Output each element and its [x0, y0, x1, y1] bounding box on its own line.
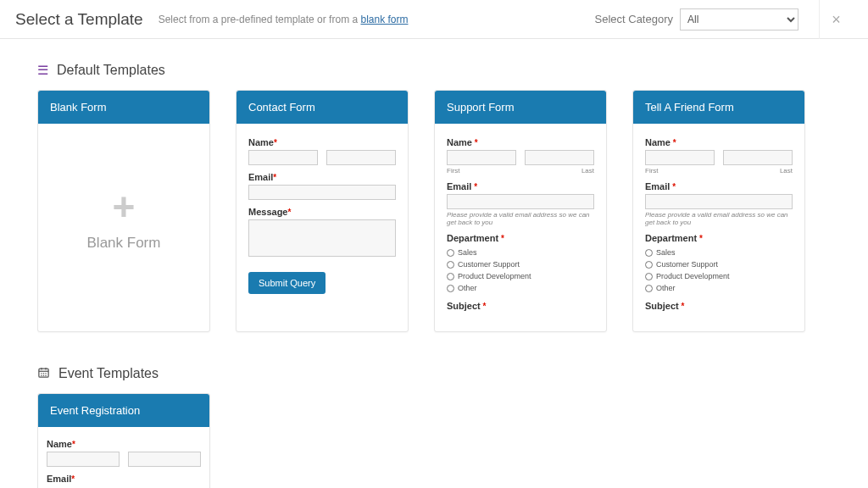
calendar-icon	[37, 366, 50, 381]
message-textarea[interactable]	[248, 219, 396, 257]
hamburger-icon: ☰	[37, 63, 48, 78]
plus-icon: +	[113, 187, 136, 226]
radio-option[interactable]: Sales	[447, 247, 594, 258]
last-sublabel: Last	[780, 167, 793, 175]
card-title: Tell A Friend Form	[633, 91, 804, 124]
radio-option[interactable]: Other	[447, 282, 594, 294]
name-last-input[interactable]	[326, 150, 396, 165]
last-sublabel: Last	[581, 167, 594, 175]
first-sublabel: First	[447, 167, 460, 175]
field-label-name: Name	[248, 137, 274, 147]
submit-button[interactable]: Submit Query	[248, 272, 326, 294]
name-last-input[interactable]	[525, 150, 594, 165]
field-label-department: Department	[447, 233, 498, 243]
field-label-email: Email	[645, 181, 670, 191]
radio-option[interactable]: Product Development	[447, 270, 594, 282]
card-title: Event Registration	[38, 394, 209, 427]
blank-form-label: Blank Form	[87, 235, 161, 252]
field-label-name: Name	[447, 137, 472, 147]
email-input[interactable]	[248, 185, 396, 200]
email-hint: Please provide a valid email address so …	[447, 211, 594, 226]
section-event-templates: Event Templates	[37, 366, 831, 381]
template-card-tell-a-friend[interactable]: Tell A Friend Form Name * First Last Ema…	[632, 90, 805, 332]
name-first-input[interactable]	[248, 150, 318, 165]
event-templates-grid: Event Registration Name* Email*	[37, 393, 831, 488]
radio-option[interactable]: Other	[645, 282, 793, 294]
card-body: Name* Email* Message* Submit Query	[236, 124, 408, 308]
department-radios: Sales Customer Support Product Developme…	[645, 247, 793, 294]
field-label-email: Email	[447, 181, 471, 191]
blank-form-link[interactable]: blank form	[360, 14, 408, 25]
email-input[interactable]	[645, 194, 793, 209]
radio-option[interactable]: Sales	[645, 247, 793, 258]
field-label-email: Email	[47, 474, 71, 484]
name-last-input[interactable]	[128, 452, 201, 467]
radio-option[interactable]: Customer Support	[645, 258, 793, 270]
template-viewport[interactable]: ☰ Default Templates Blank Form + Blank F…	[0, 39, 868, 488]
card-title: Support Form	[435, 91, 606, 124]
radio-option[interactable]: Product Development	[645, 270, 793, 282]
page-title: Select a Template	[15, 10, 143, 29]
radio-option[interactable]: Customer Support	[447, 258, 594, 270]
field-label-message: Message	[248, 207, 287, 217]
card-body: Name * First Last Email * Please provide…	[435, 124, 606, 331]
first-sublabel: First	[645, 167, 659, 175]
modal-header: Select a Template Select from a pre-defi…	[0, 0, 868, 39]
default-templates-grid: Blank Form + Blank Form Contact Form Nam…	[37, 90, 831, 332]
name-first-input[interactable]	[47, 452, 120, 467]
name-first-input[interactable]	[645, 150, 715, 165]
card-body: + Blank Form	[38, 124, 209, 314]
subtitle: Select from a pre-defined template or fr…	[159, 14, 409, 25]
template-card-support[interactable]: Support Form Name * First Last Email *	[434, 90, 607, 332]
email-input[interactable]	[447, 194, 594, 209]
field-label-subject: Subject	[447, 301, 481, 311]
field-label-name: Name	[645, 137, 670, 147]
field-label-name: Name	[47, 439, 72, 449]
department-radios: Sales Customer Support Product Developme…	[447, 247, 594, 294]
name-first-input[interactable]	[447, 150, 516, 165]
template-card-event-registration[interactable]: Event Registration Name* Email*	[37, 393, 210, 488]
card-title: Blank Form	[38, 91, 209, 124]
close-icon[interactable]: ×	[819, 0, 853, 39]
template-card-contact[interactable]: Contact Form Name* Email* Message*	[236, 90, 409, 332]
category-select[interactable]: All	[680, 8, 798, 30]
card-body: Name* Email*	[38, 427, 209, 488]
category-label: Select Category	[595, 13, 674, 25]
field-label-email: Email	[248, 172, 273, 182]
card-title: Contact Form	[236, 91, 408, 124]
email-hint: Please provide a valid email address so …	[645, 211, 793, 226]
field-label-department: Department	[645, 233, 697, 243]
card-body: Name * First Last Email * Please provide…	[633, 124, 804, 331]
template-card-blank[interactable]: Blank Form + Blank Form	[37, 90, 210, 332]
name-last-input[interactable]	[723, 150, 793, 165]
section-default-templates: ☰ Default Templates	[37, 63, 831, 78]
field-label-subject: Subject	[645, 301, 679, 311]
